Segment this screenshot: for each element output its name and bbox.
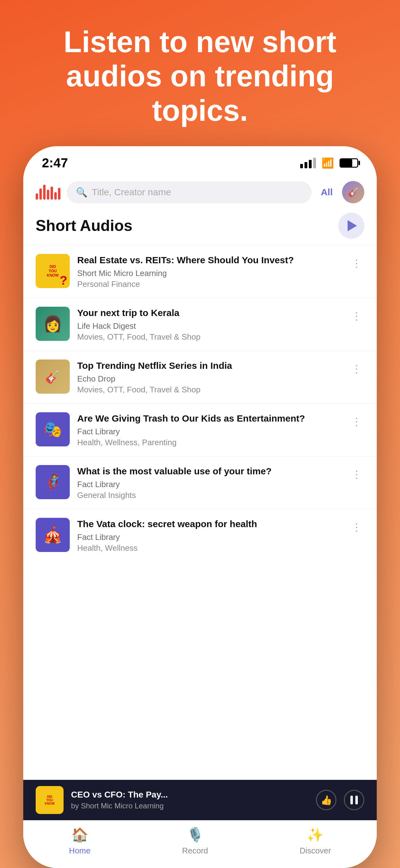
search-icon: 🔍 xyxy=(76,187,88,198)
section-title: Short Audios xyxy=(36,217,132,235)
now-playing-bar[interactable]: DIDYOUKNOW ? CEO vs CFO: The Pay... by S… xyxy=(23,780,377,820)
avatar[interactable]: 🎸 xyxy=(342,181,364,203)
bottom-nav: 🏠 Home 🎙️ Record ✨ Discover xyxy=(23,820,377,868)
list-item[interactable]: 🦸 What is the most valuable use of your … xyxy=(23,456,377,509)
audio-creator: Fact Library xyxy=(77,427,342,436)
play-icon xyxy=(347,220,357,231)
audio-thumbnail: 🎸 xyxy=(36,360,70,394)
now-playing-info: CEO vs CFO: The Pay... by Short Mic Micr… xyxy=(71,790,308,810)
audio-wave-logo xyxy=(36,185,61,199)
more-options-icon[interactable]: ⋮ xyxy=(349,518,364,536)
audio-title: Your next trip to Kerala xyxy=(77,307,342,319)
list-item[interactable]: DIDYOUKNOW ? Real Estate vs. REITs: Wher… xyxy=(23,245,377,298)
status-bar: 2:47 📶 xyxy=(23,146,377,174)
audio-category: Health, Wellness xyxy=(77,543,342,553)
audio-info: Are We Giving Trash to Our Kids as Enter… xyxy=(77,412,342,447)
phone-container: 2:47 📶 xyxy=(23,146,377,868)
more-options-icon[interactable]: ⋮ xyxy=(349,412,364,431)
audio-title: Real Estate vs. REITs: Where Should You … xyxy=(77,254,342,266)
audio-category: Movies, OTT, Food, Travel & Shop xyxy=(77,385,342,395)
hero-title: Listen to new short audios on trending t… xyxy=(64,25,336,127)
more-options-icon[interactable]: ⋮ xyxy=(349,465,364,484)
section-header: Short Audios xyxy=(23,210,377,245)
list-item[interactable]: 🎸 Top Trending Netflix Series in India E… xyxy=(23,350,377,403)
discover-label: Discover xyxy=(300,846,331,856)
nav-item-home[interactable]: 🏠 Home xyxy=(69,827,91,856)
search-header: 🔍 Title, Creator name All 🎸 xyxy=(23,174,377,210)
audio-info: Top Trending Netflix Series in India Ech… xyxy=(77,360,342,395)
pause-button[interactable] xyxy=(344,790,364,810)
more-options-icon[interactable]: ⋮ xyxy=(349,360,364,378)
audio-info: The Vata clock: secret weapon for health… xyxy=(77,518,342,553)
status-icons: 📶 xyxy=(300,157,358,169)
play-all-button[interactable] xyxy=(338,213,364,239)
more-options-icon[interactable]: ⋮ xyxy=(349,307,364,326)
app-content: 🔍 Title, Creator name All 🎸 Short Audios… xyxy=(23,174,377,868)
filter-all[interactable]: All xyxy=(318,187,336,197)
audio-thumbnail: 🎪 xyxy=(36,518,70,552)
audio-creator: Fact Library xyxy=(77,532,342,542)
audio-creator: Short Mic Micro Learning xyxy=(77,269,342,278)
record-label: Record xyxy=(182,846,208,856)
audio-title: The Vata clock: secret weapon for health xyxy=(77,518,342,530)
audio-creator: Life Hack Digest xyxy=(77,321,342,331)
battery-icon xyxy=(339,158,358,168)
audio-info: Real Estate vs. REITs: Where Should You … xyxy=(77,254,342,289)
audio-creator: Fact Library xyxy=(77,479,342,489)
search-placeholder: Title, Creator name xyxy=(92,187,171,197)
list-item[interactable]: 👩 Your next trip to Kerala Life Hack Dig… xyxy=(23,298,377,350)
home-label: Home xyxy=(69,846,91,856)
list-item[interactable]: 🎭 Are We Giving Trash to Our Kids as Ent… xyxy=(23,403,377,456)
audio-category: Movies, OTT, Food, Travel & Shop xyxy=(77,332,342,342)
nav-item-record[interactable]: 🎙️ Record xyxy=(182,827,208,856)
more-options-icon[interactable]: ⋮ xyxy=(349,254,364,273)
audio-thumbnail: 👩 xyxy=(36,307,70,341)
audio-category: General Insights xyxy=(77,491,342,500)
signal-icon xyxy=(300,158,316,168)
audio-list: DIDYOUKNOW ? Real Estate vs. REITs: Wher… xyxy=(23,245,377,780)
search-box[interactable]: 🔍 Title, Creator name xyxy=(67,181,312,203)
nav-item-discover[interactable]: ✨ Discover xyxy=(300,827,331,856)
audio-info: Your next trip to Kerala Life Hack Diges… xyxy=(77,307,342,342)
now-playing-thumbnail: DIDYOUKNOW ? xyxy=(36,786,64,814)
audio-category: Personal Finance xyxy=(77,279,342,289)
home-icon: 🏠 xyxy=(71,827,88,843)
audio-info: What is the most valuable use of your ti… xyxy=(77,465,342,500)
audio-category: Health, Wellness, Parenting xyxy=(77,438,342,447)
audio-thumbnail: DIDYOUKNOW ? xyxy=(36,254,70,288)
audio-thumbnail: 🦸 xyxy=(36,465,70,499)
hero-section: Listen to new short audios on trending t… xyxy=(0,0,400,146)
discover-icon: ✨ xyxy=(307,827,324,843)
audio-title: What is the most valuable use of your ti… xyxy=(77,465,342,477)
audio-creator: Echo Drop xyxy=(77,374,342,384)
like-button[interactable]: 👍 xyxy=(316,790,336,810)
now-playing-creator: by Short Mic Micro Learning xyxy=(71,802,308,810)
now-playing-title: CEO vs CFO: The Pay... xyxy=(71,790,308,800)
wifi-icon: 📶 xyxy=(322,157,334,169)
status-time: 2:47 xyxy=(42,156,68,170)
audio-title: Top Trending Netflix Series in India xyxy=(77,360,342,372)
list-item[interactable]: 🎪 The Vata clock: secret weapon for heal… xyxy=(23,509,377,562)
audio-thumbnail: 🎭 xyxy=(36,412,70,446)
audio-title: Are We Giving Trash to Our Kids as Enter… xyxy=(77,412,342,424)
record-icon: 🎙️ xyxy=(187,827,204,843)
